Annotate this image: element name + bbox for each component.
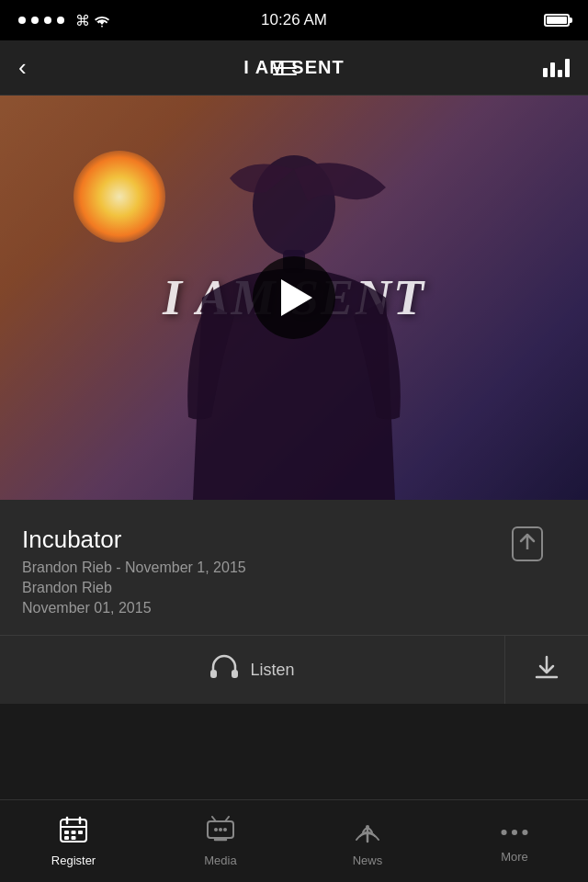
- svg-point-21: [219, 828, 222, 831]
- play-button[interactable]: [253, 256, 335, 339]
- content-info: Incubator Brandon Rieb - November 1, 201…: [22, 526, 246, 616]
- signal-dot-2: [31, 17, 39, 24]
- signal-dot-4: [57, 17, 64, 24]
- svg-point-20: [214, 828, 218, 831]
- signal-dot-1: [18, 17, 26, 24]
- content-author: Brandon Rieb: [22, 580, 246, 596]
- svg-point-26: [366, 825, 369, 829]
- news-icon: [353, 816, 382, 848]
- battery-fill: [547, 17, 567, 24]
- listen-label: Listen: [250, 661, 294, 680]
- svg-point-28: [512, 830, 517, 835]
- more-icon: [500, 819, 529, 844]
- tab-register[interactable]: Register: [0, 800, 147, 882]
- chart-bar-4: [565, 59, 570, 77]
- svg-rect-15: [64, 836, 69, 840]
- status-time: 10:26 AM: [261, 11, 327, 29]
- battery-icon: [544, 14, 570, 27]
- svg-point-27: [502, 830, 507, 835]
- content-header-row: Incubator Brandon Rieb - November 1, 201…: [22, 526, 566, 616]
- page-title: I AM SENT: [243, 57, 344, 78]
- nav-bar: ‹ I AM SENT: [0, 40, 588, 96]
- tab-more[interactable]: More: [441, 800, 588, 882]
- chart-bar-1: [543, 68, 548, 77]
- media-label: Media: [204, 854, 236, 867]
- hero-image: I AM SENT: [0, 96, 588, 500]
- tab-bar: Register Media: [0, 799, 588, 882]
- content-title: Incubator: [22, 526, 246, 554]
- content-date: November 01, 2015: [22, 600, 246, 616]
- register-icon: [59, 816, 88, 848]
- battery-indicator: [544, 14, 570, 27]
- more-label: More: [501, 850, 528, 864]
- svg-rect-14: [78, 831, 83, 834]
- svg-rect-12: [64, 831, 69, 834]
- svg-rect-16: [72, 836, 76, 840]
- svg-rect-4: [210, 670, 217, 678]
- signal-indicators: ⌘: [18, 12, 110, 29]
- signal-dot-3: [44, 17, 51, 24]
- listen-button[interactable]: Listen: [0, 636, 505, 704]
- status-bar: ⌘ 10:26 AM: [0, 0, 588, 40]
- news-label: News: [353, 854, 383, 867]
- chart-bar-3: [558, 70, 562, 77]
- content-section: Incubator Brandon Rieb - November 1, 201…: [0, 500, 588, 636]
- svg-point-29: [522, 830, 527, 835]
- download-button[interactable]: [505, 636, 588, 704]
- share-button[interactable]: [511, 526, 544, 566]
- action-row: Listen: [0, 636, 588, 704]
- chart-bar-2: [550, 62, 555, 77]
- back-button[interactable]: ‹: [18, 53, 27, 82]
- wifi-icon: ⌘: [75, 12, 110, 29]
- svg-rect-5: [232, 670, 238, 678]
- svg-point-22: [223, 828, 227, 831]
- svg-rect-13: [72, 831, 76, 834]
- chart-button[interactable]: [543, 59, 570, 77]
- headphone-icon: [209, 654, 239, 686]
- content-subtitle: Brandon Rieb - November 1, 2015: [22, 560, 246, 576]
- register-label: Register: [51, 854, 96, 867]
- tab-news[interactable]: News: [294, 800, 441, 882]
- media-icon: [206, 816, 235, 848]
- tab-media[interactable]: Media: [147, 800, 294, 882]
- download-icon: [533, 653, 560, 687]
- play-icon: [281, 279, 312, 316]
